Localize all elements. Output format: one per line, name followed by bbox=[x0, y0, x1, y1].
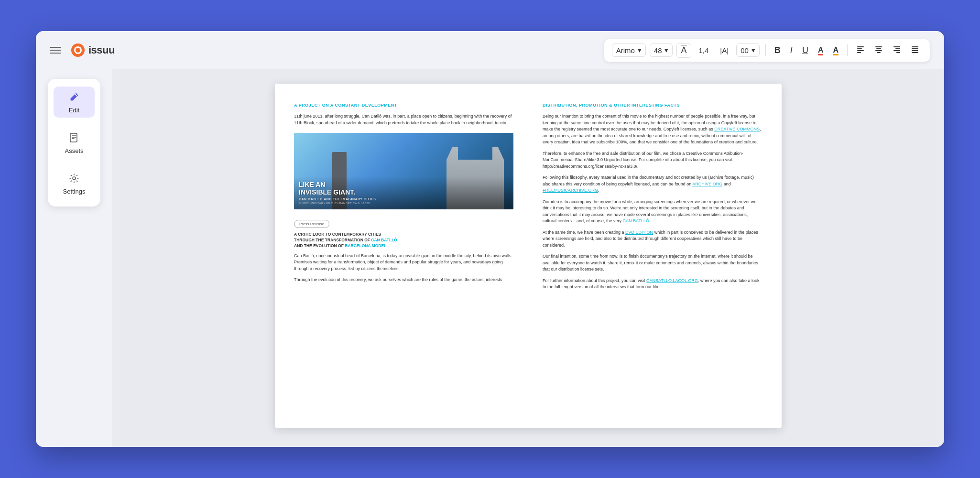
image-overlay: LIKE AN INVISIBLE GIANT. CAN BATLLÓ AND … bbox=[294, 176, 513, 209]
body-paragraph-1: Can Batlló, once industrial heart of Bar… bbox=[294, 253, 513, 272]
font-family-chevron: ▾ bbox=[638, 46, 642, 54]
hamburger-button[interactable] bbox=[50, 47, 61, 54]
font-family-dropdown[interactable]: Arimo ▾ bbox=[612, 43, 646, 57]
sidebar-item-edit[interactable]: Edit bbox=[54, 87, 95, 118]
image-title-line1: LIKE AN bbox=[299, 181, 509, 188]
image-subtitle: CAN BATLLÓ AND THE IMAGINARY CITIES bbox=[299, 197, 509, 201]
bold-button[interactable]: B bbox=[772, 43, 784, 57]
highlight-button[interactable]: A bbox=[830, 44, 841, 56]
svg-rect-7 bbox=[875, 46, 882, 47]
doc-image: LIKE AN INVISIBLE GIANT. CAN BATLLÓ AND … bbox=[294, 133, 513, 209]
svg-rect-17 bbox=[912, 50, 918, 51]
char-spacing-value: 00 bbox=[740, 46, 749, 54]
barcelona-model-link[interactable]: BARCELONA MODEL bbox=[345, 243, 386, 248]
italic-button[interactable]: I bbox=[787, 43, 795, 57]
edit-label: Edit bbox=[69, 107, 79, 114]
justify-button[interactable] bbox=[908, 43, 922, 57]
right-para-7: For further information about this proje… bbox=[543, 278, 762, 291]
char-spacing-chevron: ▾ bbox=[751, 46, 755, 54]
gear-icon bbox=[67, 172, 81, 185]
right-para-4: Our idea is to accompany the movie for a… bbox=[543, 199, 762, 225]
creative-commons-link[interactable]: CREATIVE COMMONS bbox=[714, 127, 760, 131]
font-size-chevron: ▾ bbox=[664, 46, 668, 54]
press-release-badge: Press Release bbox=[294, 220, 329, 228]
main-window: issuu Arimo ▾ 48 ▾ A 1,4 |A| 00 bbox=[36, 31, 944, 447]
body-paragraph-2: Through the evolution of this recovery, … bbox=[294, 277, 513, 283]
font-size-value: 48 bbox=[654, 46, 662, 54]
right-para-6: Our final intention, some time from now,… bbox=[543, 253, 762, 273]
doc-right-column: DISTRIBUTION, PROMOTION & OTHER INTEREST… bbox=[528, 103, 762, 409]
char-spacing-dropdown[interactable]: 00 ▾ bbox=[736, 43, 760, 57]
svg-rect-3 bbox=[857, 46, 864, 47]
assets-label: Assets bbox=[65, 147, 83, 154]
underline-button[interactable]: U bbox=[799, 43, 811, 57]
logo-text: issuu bbox=[88, 44, 115, 56]
left-heading: A PROJECT ON A CONSTANT DEVELOPMENT bbox=[294, 103, 513, 108]
archive-org-link[interactable]: AR­CHIVE.ORG bbox=[692, 182, 722, 186]
image-title-line2: INVISIBLE GIANT. bbox=[299, 189, 509, 196]
font-size-dropdown[interactable]: 48 ▾ bbox=[650, 43, 673, 57]
sidebar-item-assets[interactable]: Assets bbox=[54, 127, 95, 158]
svg-rect-13 bbox=[893, 50, 900, 51]
text-size-icon: A bbox=[681, 45, 686, 55]
can-batllo-link-2[interactable]: CAN BATLLÓ. bbox=[623, 218, 651, 223]
char-spacing-label: |A| bbox=[716, 44, 732, 56]
toolbar-divider-2 bbox=[847, 44, 848, 56]
svg-rect-11 bbox=[893, 46, 900, 47]
svg-rect-5 bbox=[857, 50, 864, 51]
dvd-edition-link[interactable]: DVD EDITION bbox=[625, 230, 653, 235]
font-family-value: Arimo bbox=[616, 46, 635, 54]
sidebar-item-settings[interactable]: Settings bbox=[54, 168, 95, 199]
document-area: A PROJECT ON A CONSTANT DEVELOPMENT 11th… bbox=[112, 69, 944, 447]
canbatllo-link[interactable]: CANBATLLO.LACOL.ORG bbox=[646, 278, 698, 283]
text-size-button[interactable]: A bbox=[676, 43, 691, 58]
svg-rect-4 bbox=[857, 48, 862, 49]
svg-rect-14 bbox=[896, 52, 900, 53]
can-batllo-link-1[interactable]: CAN BATLLÓ bbox=[371, 238, 397, 242]
document-page: A PROJECT ON A CONSTANT DEVELOPMENT 11th… bbox=[275, 84, 782, 428]
top-bar: issuu Arimo ▾ 48 ▾ A 1,4 |A| 00 bbox=[36, 31, 944, 69]
svg-rect-9 bbox=[875, 50, 882, 51]
doc-image-container: LIKE AN INVISIBLE GIANT. CAN BATLLÓ AND … bbox=[294, 133, 513, 209]
right-para-5: At the same time, we have been creating … bbox=[543, 229, 762, 249]
pencil-icon bbox=[67, 90, 81, 104]
svg-rect-16 bbox=[912, 48, 918, 49]
image-credit: A DOCUMENTARY FILM BY PANÓPTICA & LACOL bbox=[299, 202, 509, 205]
right-para-2: Therefore, to enhance the free and safe … bbox=[543, 151, 762, 170]
line-height-display: 1,4 bbox=[695, 44, 713, 56]
right-para-1: Being our intention to bring the content… bbox=[543, 113, 762, 146]
svg-rect-6 bbox=[857, 52, 861, 53]
svg-rect-18 bbox=[912, 52, 918, 53]
svg-rect-19 bbox=[70, 133, 77, 142]
align-right-button[interactable] bbox=[890, 43, 904, 57]
doc-left-column: A PROJECT ON A CONSTANT DEVELOPMENT 11th… bbox=[294, 103, 528, 409]
logo-area: issuu bbox=[70, 43, 115, 58]
svg-rect-8 bbox=[876, 48, 881, 49]
svg-point-20 bbox=[73, 177, 76, 180]
right-para-3: Following this filosophy, every material… bbox=[543, 174, 762, 194]
left-sidebar: Edit Assets bbox=[36, 69, 112, 447]
intro-paragraph: 11th june 2011, after long struggle, Can… bbox=[294, 113, 513, 126]
font-color-button[interactable]: A bbox=[815, 44, 827, 56]
book-icon bbox=[67, 131, 81, 144]
sidebar-panel: Edit Assets bbox=[48, 79, 100, 206]
toolbar-divider-1 bbox=[765, 44, 766, 56]
issuu-logo-icon bbox=[70, 43, 86, 58]
svg-rect-10 bbox=[877, 52, 881, 53]
formatting-toolbar: Arimo ▾ 48 ▾ A 1,4 |A| 00 ▾ B I bbox=[604, 39, 930, 62]
content-area: Edit Assets bbox=[36, 69, 944, 447]
align-left-button[interactable] bbox=[853, 43, 868, 57]
svg-rect-15 bbox=[912, 46, 918, 47]
align-center-button[interactable] bbox=[871, 43, 886, 57]
right-heading: DISTRIBUTION, PROMOTION & OTHER INTEREST… bbox=[543, 103, 762, 108]
svg-point-2 bbox=[76, 48, 80, 53]
free-music-archive-link[interactable]: FREEMUSICARCHIVE.ORG bbox=[543, 188, 598, 193]
settings-label: Settings bbox=[63, 188, 86, 195]
svg-rect-12 bbox=[895, 48, 900, 49]
sub-heading: A CRITIC LOOK TO CONTEMPORARY CITIES THR… bbox=[294, 232, 513, 249]
